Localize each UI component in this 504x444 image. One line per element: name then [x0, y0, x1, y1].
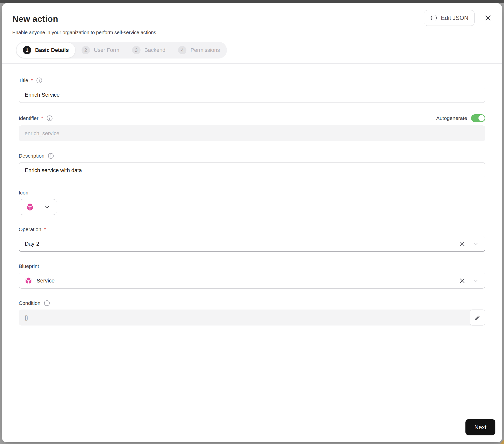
- step-number: 4: [178, 46, 186, 54]
- basic-details-form: Title* Identifier*: [2, 64, 502, 326]
- description-input[interactable]: [19, 162, 485, 178]
- identifier-input: [19, 125, 485, 141]
- condition-input: [19, 309, 485, 326]
- modal-header: New action Edit JSON: [2, 3, 502, 58]
- blueprint-value: Service: [36, 278, 54, 284]
- identifier-label: Identifier: [19, 115, 38, 121]
- blueprint-field-group: Blueprint Service: [19, 263, 485, 289]
- clear-icon[interactable]: [459, 240, 466, 248]
- braces-icon: [430, 16, 437, 20]
- info-icon[interactable]: [44, 300, 50, 306]
- chevron-down-icon[interactable]: [472, 240, 479, 247]
- blueprint-select[interactable]: Service: [19, 273, 485, 289]
- step-user-form[interactable]: 2 User Form: [75, 42, 126, 58]
- next-button[interactable]: Next: [466, 419, 495, 435]
- cube-icon: [26, 203, 34, 211]
- step-number: 2: [82, 46, 90, 54]
- chevron-down-icon[interactable]: [472, 277, 479, 284]
- info-icon[interactable]: [36, 77, 42, 83]
- icon-field-group: Icon: [19, 190, 485, 215]
- toggle-knob: [478, 115, 485, 121]
- operation-value: Day-2: [25, 241, 39, 247]
- autogenerate-toggle[interactable]: [471, 114, 485, 122]
- required-asterisk: *: [41, 115, 43, 121]
- step-label: User Form: [94, 47, 119, 53]
- operation-field-group: Operation* Day-2: [19, 226, 485, 252]
- autogenerate-label: Autogenerate: [436, 115, 467, 121]
- title-field-group: Title*: [19, 77, 485, 103]
- step-number: 1: [23, 46, 31, 54]
- operation-select[interactable]: Day-2: [19, 236, 485, 252]
- icon-label: Icon: [19, 190, 29, 196]
- required-asterisk: *: [44, 226, 46, 232]
- chevron-down-icon: [44, 204, 50, 210]
- step-label: Basic Details: [35, 47, 69, 53]
- step-basic-details[interactable]: 1 Basic Details: [17, 42, 75, 58]
- identifier-field-group: Identifier* Autogenerate: [19, 114, 485, 141]
- autogenerate-control: Autogenerate: [436, 114, 485, 122]
- cube-icon: [25, 277, 32, 285]
- description-field-group: Description: [19, 153, 485, 178]
- edit-condition-button[interactable]: [470, 309, 485, 326]
- operation-label: Operation: [19, 226, 41, 232]
- pencil-icon: [474, 314, 481, 321]
- step-backend[interactable]: 3 Backend: [126, 42, 172, 58]
- close-icon: [484, 14, 492, 22]
- clear-icon[interactable]: [459, 277, 466, 285]
- required-asterisk: *: [31, 77, 33, 83]
- close-button[interactable]: [483, 13, 493, 23]
- new-action-modal: New action Edit JSON: [2, 3, 502, 442]
- backdrop-top: [0, 0, 504, 3]
- condition-field-group: Condition: [19, 300, 485, 326]
- step-number: 3: [132, 46, 141, 54]
- step-label: Permissions: [190, 47, 220, 53]
- modal-footer: Next: [2, 412, 502, 442]
- step-permissions[interactable]: 4 Permissions: [172, 42, 226, 58]
- title-input[interactable]: [19, 87, 485, 103]
- edit-json-label: Edit JSON: [441, 15, 468, 21]
- stepper: 1 Basic Details 2 User Form 3 Backend 4 …: [16, 42, 227, 58]
- modal-subtitle: Enable anyone in your organization to pe…: [12, 30, 492, 35]
- description-label: Description: [19, 153, 44, 159]
- condition-label: Condition: [19, 300, 40, 306]
- blueprint-label: Blueprint: [19, 263, 39, 269]
- edit-json-button[interactable]: Edit JSON: [424, 10, 474, 26]
- title-label: Title: [19, 77, 28, 83]
- icon-select[interactable]: [19, 199, 57, 215]
- page-title: New action: [12, 14, 492, 24]
- info-icon[interactable]: [47, 115, 53, 121]
- header-actions: Edit JSON: [424, 10, 493, 26]
- step-label: Backend: [144, 47, 165, 53]
- info-icon[interactable]: [48, 153, 54, 159]
